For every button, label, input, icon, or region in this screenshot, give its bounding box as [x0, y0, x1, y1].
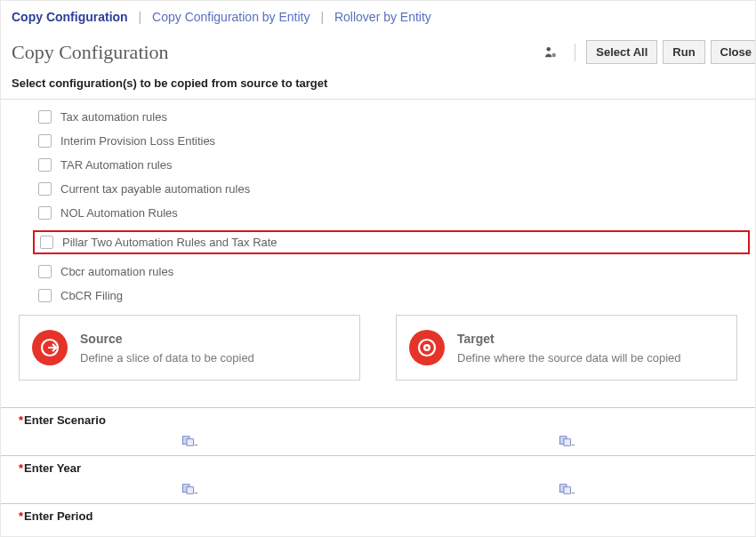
config-label: TAR Automation rules [60, 158, 172, 172]
member-selector-icon[interactable] [181, 435, 197, 447]
required-asterisk: * [19, 413, 23, 427]
checkbox-nol-automation[interactable] [38, 206, 52, 220]
config-item: Cbcr automation rules [38, 265, 750, 278]
checkbox-cbcr-filing[interactable] [38, 289, 52, 302]
config-label: NOL Automation Rules [60, 206, 178, 220]
svg-point-5 [425, 346, 428, 349]
config-item: CbCR Filing [38, 289, 750, 302]
tab-separator: | [320, 10, 324, 24]
field-label-scenario: *Enter Scenario [1, 407, 755, 429]
configuration-checklist: Tax automation rules Interim Provision L… [1, 100, 755, 315]
instruction-text: Select configuration(s) to be copied fro… [1, 69, 755, 100]
tab-bar: Copy Configuration | Copy Configuration … [1, 1, 755, 31]
member-selector-icon[interactable] [181, 483, 197, 495]
config-item: Interim Provision Loss Entities [38, 134, 750, 148]
svg-rect-7 [187, 439, 194, 446]
config-item-highlighted: Pillar Two Automation Rules and Tax Rate [33, 230, 750, 254]
config-label: Interim Provision Loss Entities [60, 134, 215, 148]
config-item: TAR Automation rules [38, 158, 750, 172]
svg-point-1 [552, 52, 557, 57]
run-button[interactable]: Run [663, 40, 704, 64]
config-item: Current tax payable automation rules [38, 182, 750, 196]
tab-rollover-by-entity[interactable]: Rollover by Entity [334, 10, 431, 24]
select-all-button[interactable]: Select All [586, 40, 657, 64]
checkbox-pillar-two[interactable] [40, 236, 53, 249]
checkbox-interim-provision[interactable] [38, 134, 52, 148]
divider [575, 44, 575, 61]
source-subtitle: Define a slice of data to be copied [80, 351, 254, 365]
config-item: NOL Automation Rules [38, 206, 750, 220]
tab-separator: | [139, 10, 142, 24]
svg-rect-13 [564, 487, 571, 494]
target-subtitle: Define where the source data will be cop… [457, 351, 680, 365]
config-label: Tax automation rules [60, 110, 167, 124]
tab-copy-by-entity[interactable]: Copy Configuration by Entity [152, 10, 310, 24]
target-icon [409, 330, 445, 365]
export-arrow-icon [32, 330, 68, 365]
member-selector-icon[interactable] [559, 483, 575, 495]
required-asterisk: * [19, 509, 23, 523]
checkbox-current-tax-payable[interactable] [38, 182, 52, 196]
config-item: Tax automation rules [38, 110, 750, 124]
member-selector-icon[interactable] [559, 435, 575, 447]
field-label-year: *Enter Year [1, 456, 755, 477]
close-button[interactable]: Close [711, 40, 755, 64]
tab-copy-configuration[interactable]: Copy Configuration [12, 10, 128, 24]
target-title: Target [457, 332, 680, 346]
user-permissions-icon[interactable] [543, 44, 559, 60]
source-panel[interactable]: Source Define a slice of data to be copi… [19, 315, 360, 381]
target-panel[interactable]: Target Define where the source data will… [396, 315, 737, 381]
svg-rect-11 [187, 487, 194, 494]
config-label: Current tax payable automation rules [60, 182, 250, 196]
config-label: Cbcr automation rules [60, 265, 173, 278]
svg-point-0 [547, 47, 551, 52]
checkbox-tax-automation[interactable] [38, 110, 52, 124]
svg-rect-9 [564, 439, 571, 446]
source-title: Source [80, 332, 254, 346]
page-title: Copy Configuration [12, 41, 543, 64]
config-label: Pillar Two Automation Rules and Tax Rate [62, 236, 277, 249]
field-label-period: *Enter Period [1, 504, 755, 525]
checkbox-cbcr-automation[interactable] [38, 265, 52, 278]
required-asterisk: * [19, 461, 23, 475]
checkbox-tar-automation[interactable] [38, 158, 52, 172]
config-label: CbCR Filing [60, 289, 123, 302]
